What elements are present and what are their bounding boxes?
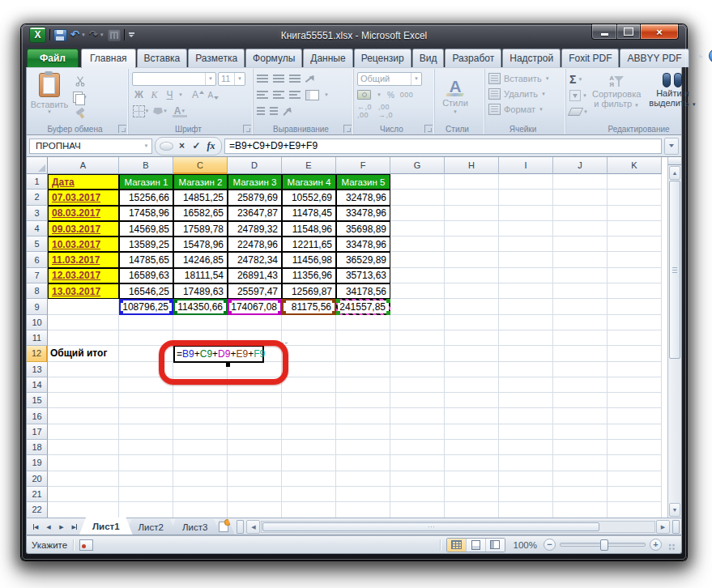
cell-B1[interactable]: Магазин 1	[119, 174, 173, 190]
fill-color-button[interactable]: ▼	[151, 104, 169, 118]
column-header-C[interactable]: C	[173, 157, 228, 174]
first-sheet-icon[interactable]: ◀	[30, 521, 41, 532]
cell-I20[interactable]	[499, 471, 553, 487]
cell-H21[interactable]	[445, 487, 499, 502]
cell-I21[interactable]	[499, 487, 553, 502]
cell-D15[interactable]	[228, 393, 282, 408]
cell-A2[interactable]: 07.03.2017	[48, 190, 119, 205]
cell-A17[interactable]	[48, 424, 119, 440]
cell-H4[interactable]	[445, 221, 499, 236]
increase-indent-icon[interactable]	[270, 107, 278, 116]
zoom-level[interactable]: 100%	[514, 540, 537, 550]
cell-E19[interactable]	[282, 455, 336, 471]
cell-I9[interactable]	[499, 299, 553, 314]
row-header-19[interactable]: 19	[27, 455, 48, 471]
cell-A19[interactable]	[48, 455, 119, 471]
align-bottom-icon[interactable]	[289, 75, 301, 83]
tab-разметка[interactable]: Разметка	[188, 49, 245, 67]
tab-вид[interactable]: Вид	[412, 49, 445, 67]
cell-C1[interactable]: Магазин 2	[173, 174, 228, 190]
cell-F20[interactable]	[336, 471, 390, 487]
cell-I18[interactable]	[499, 440, 553, 455]
collapse-ribbon-icon[interactable]	[697, 54, 703, 58]
cancel-button[interactable]: ×	[176, 140, 188, 152]
cell-H17[interactable]	[445, 424, 499, 440]
underline-button[interactable]: Ч	[163, 88, 177, 102]
cell-B19[interactable]	[119, 455, 173, 471]
comma-style-button[interactable]: 000	[400, 91, 414, 99]
cell-F2[interactable]: 32478,96	[336, 190, 390, 205]
cell-J13[interactable]	[553, 362, 608, 377]
scroll-down-icon[interactable]: ▼	[669, 503, 680, 517]
row-header-11[interactable]: 11	[27, 330, 48, 346]
font-size-combo[interactable]: 11▼	[218, 72, 245, 86]
percent-style-button[interactable]: %	[387, 91, 394, 100]
row-header-6[interactable]: 6	[27, 252, 48, 267]
row-header-5[interactable]: 5	[27, 236, 48, 252]
cell-F9[interactable]: 241557,85	[336, 299, 390, 314]
tab-надстрой[interactable]: Надстрой	[502, 49, 561, 67]
scroll-left-icon[interactable]: ◀	[246, 520, 260, 534]
row-header-9[interactable]: 9	[27, 299, 48, 314]
cell-F6[interactable]: 36529,89	[336, 252, 390, 267]
cell-A13[interactable]	[48, 362, 119, 377]
column-header-E[interactable]: E	[282, 157, 336, 174]
cell-F16[interactable]	[336, 408, 390, 424]
cell-D22[interactable]	[228, 502, 282, 518]
cell-E8[interactable]: 12569,87	[282, 283, 336, 299]
row-header-16[interactable]: 16	[27, 408, 48, 424]
sort-filter-button[interactable]: АЯ Сортировка и фильтр ▼	[588, 70, 645, 119]
cell-K13[interactable]	[608, 362, 662, 377]
cell-A10[interactable]	[48, 315, 119, 330]
insert-cells-button[interactable]: Вставить▼	[488, 70, 563, 86]
cell-C15[interactable]	[173, 393, 228, 408]
cell-G19[interactable]	[390, 455, 445, 471]
cell-J15[interactable]	[553, 393, 608, 408]
next-sheet-icon[interactable]: ▶	[56, 521, 67, 532]
cell-F5[interactable]: 33478,96	[336, 236, 390, 252]
column-header-I[interactable]: I	[499, 157, 553, 174]
cell-F21[interactable]	[336, 487, 390, 502]
cell-D17[interactable]	[228, 424, 282, 440]
cell-J4[interactable]	[553, 221, 608, 236]
cell-B18[interactable]	[119, 440, 173, 455]
cell-E2[interactable]: 10552,69	[282, 190, 336, 205]
row-header-14[interactable]: 14	[27, 377, 48, 393]
cell-K5[interactable]	[608, 236, 662, 252]
excel-logo-icon[interactable]: X	[29, 27, 46, 43]
increase-decimal-icon[interactable]: ←,0,00	[357, 103, 372, 119]
cell-H19[interactable]	[445, 455, 499, 471]
cell-I8[interactable]	[499, 283, 553, 299]
cell-F1[interactable]: Магазин 5	[336, 174, 390, 190]
cell-G13[interactable]	[390, 362, 445, 377]
cell-I19[interactable]	[499, 455, 553, 471]
cell-I22[interactable]	[499, 502, 553, 518]
cell-H2[interactable]	[445, 190, 499, 205]
cell-E11[interactable]	[282, 330, 336, 346]
minimize-button[interactable]	[591, 24, 617, 40]
alignment-dialog-launcher[interactable]	[343, 125, 352, 133]
cell-B14[interactable]	[119, 377, 173, 393]
delete-cells-button[interactable]: Удалить▼	[488, 86, 563, 101]
row-header-17[interactable]: 17	[27, 424, 48, 440]
cell-G6[interactable]	[390, 252, 445, 267]
row-header-22[interactable]: 22	[27, 502, 48, 518]
cell-K1[interactable]	[608, 174, 662, 190]
cell-K4[interactable]	[608, 221, 662, 236]
cell-J21[interactable]	[553, 487, 608, 502]
cell-A5[interactable]: 10.03.2017	[48, 236, 119, 252]
cell-G9[interactable]	[390, 299, 445, 314]
cell-I13[interactable]	[499, 362, 553, 377]
cell-K15[interactable]	[608, 393, 662, 408]
cell-I2[interactable]	[499, 190, 553, 205]
cell-G11[interactable]	[390, 330, 445, 346]
cell-C8[interactable]: 17489,63	[173, 283, 228, 299]
cell-A11[interactable]	[48, 330, 119, 346]
decrease-indent-icon[interactable]	[257, 107, 265, 116]
cell-E18[interactable]	[282, 440, 336, 455]
zoom-in-icon[interactable]: +	[650, 539, 662, 551]
cell-D18[interactable]	[228, 440, 282, 455]
cell-H12[interactable]	[445, 346, 499, 361]
cell-D8[interactable]: 25597,47	[228, 283, 282, 299]
close-button[interactable]: ×	[640, 24, 679, 40]
